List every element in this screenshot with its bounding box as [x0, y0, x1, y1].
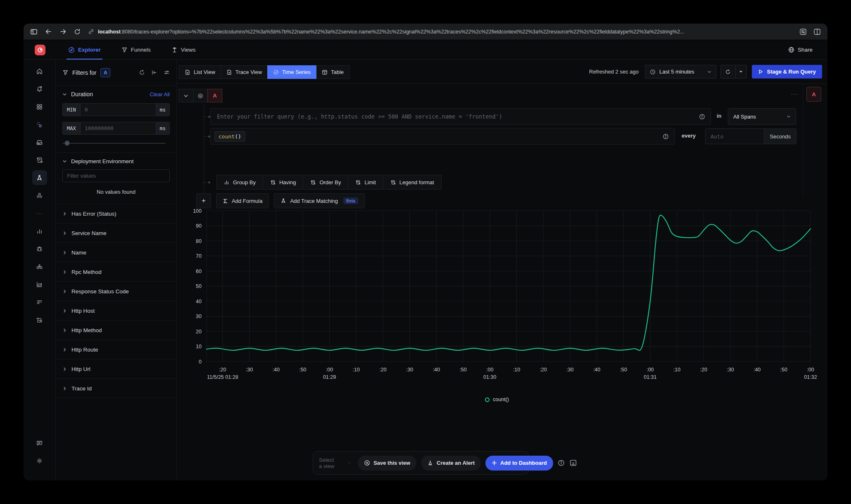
time-series-chart[interactable]: 0102030405060708090100:2011/5/25 01:28:3… — [177, 196, 817, 382]
filter-section-name[interactable]: Name — [56, 243, 176, 262]
duration-slider[interactable] — [62, 140, 170, 146]
tab-table[interactable]: Table — [316, 65, 349, 79]
tab-list-view[interactable]: List View — [179, 65, 221, 79]
filter-section-label: Name — [71, 250, 86, 256]
filter-section-http-route[interactable]: Http Route — [56, 340, 176, 359]
filter-section-http-host[interactable]: Http Host — [56, 301, 176, 321]
span-scope-select[interactable]: All Spans — [728, 108, 796, 125]
group-by-button[interactable]: Group By — [216, 175, 263, 190]
rail-traces[interactable] — [32, 170, 47, 185]
share-label: Share — [798, 47, 813, 53]
interval-input[interactable] — [706, 129, 764, 144]
app-logo[interactable] — [35, 45, 45, 55]
create-alert-button[interactable]: Create an Alert — [421, 456, 481, 471]
query-badge-right[interactable]: A — [806, 87, 821, 102]
limit-button[interactable]: Limit — [348, 175, 383, 190]
chevron-right-icon — [62, 328, 67, 333]
forward-button[interactable] — [59, 28, 67, 35]
svg-text::00: :00 — [807, 367, 814, 373]
rail-services[interactable] — [32, 188, 47, 203]
signpost-icon — [171, 47, 178, 53]
chevron-down-icon[interactable] — [62, 92, 67, 97]
filter-section-service-name[interactable]: Service Name — [56, 223, 176, 243]
rail-dashboards[interactable] — [32, 99, 47, 114]
rail-logs[interactable] — [32, 152, 47, 167]
filter-section-http-method[interactable]: Http Method — [56, 321, 176, 340]
rail-alerts[interactable] — [32, 81, 47, 96]
split-view-icon[interactable] — [813, 28, 821, 36]
refresh-button[interactable] — [720, 65, 736, 78]
stage-run-query-button[interactable]: Stage & Run Query — [752, 65, 822, 78]
clear-all-link[interactable]: Clear All — [150, 91, 170, 97]
query-collapse-button[interactable] — [178, 89, 193, 102]
legend-format-button[interactable]: Legend format — [383, 175, 442, 190]
rail-support[interactable] — [32, 435, 47, 450]
having-button[interactable]: Having — [263, 175, 303, 190]
tab-trace-view[interactable]: Trace View — [221, 65, 268, 79]
url-text: localhost:8080/traces-explorer?options=%… — [98, 29, 684, 35]
filter-section-has-error[interactable]: Has Error (Status) — [56, 204, 176, 223]
filter-section-rpc-method[interactable]: Rpc Method — [56, 262, 176, 282]
reload-button[interactable] — [74, 29, 81, 35]
duration-min-input[interactable] — [81, 104, 156, 116]
query-badge-left[interactable]: A — [207, 89, 222, 102]
ellipsis-icon: ··· — [36, 210, 43, 216]
filter-values-input[interactable] — [62, 169, 170, 182]
no-values-text: No values found — [62, 189, 170, 195]
rail-settings[interactable] — [32, 453, 47, 468]
refresh-split-button — [720, 65, 747, 78]
address-bar[interactable]: localhost:8080/traces-explorer?options=%… — [88, 29, 792, 35]
collapse-left-icon[interactable] — [151, 69, 157, 76]
info-icon[interactable] — [694, 114, 711, 120]
sync-icon[interactable] — [139, 69, 145, 76]
rail-home[interactable] — [32, 64, 47, 78]
shortcuts-panel-icon[interactable] — [569, 459, 577, 467]
aggregation-chip[interactable]: count() — [214, 131, 245, 142]
rail-metrics[interactable] — [32, 223, 47, 238]
rail-exceptions[interactable] — [32, 241, 47, 256]
back-button[interactable] — [45, 28, 52, 35]
sliders-icon[interactable] — [164, 69, 170, 76]
rail-service-map[interactable] — [32, 312, 47, 327]
rail-usage[interactable] — [32, 277, 47, 292]
message-icon — [36, 440, 43, 447]
tab-views[interactable]: Views — [171, 40, 196, 59]
rail-pipelines[interactable] — [32, 295, 47, 309]
select-view-dropdown[interactable]: Select a view — [319, 457, 353, 469]
svg-text::30: :30 — [246, 367, 253, 373]
browser-sidebar-icon[interactable] — [30, 28, 38, 36]
time-range-dropdown[interactable]: Last 5 minutes — [645, 65, 716, 78]
scroll-icon — [390, 180, 396, 185]
share-button[interactable]: Share — [788, 47, 813, 53]
filter-section-http-url[interactable]: Http Url — [56, 359, 176, 379]
chevron-down-icon[interactable] — [62, 159, 67, 164]
query-visibility-button[interactable] — [193, 89, 208, 102]
order-by-button[interactable]: Order By — [303, 175, 348, 190]
rail-more[interactable]: ··· — [32, 206, 47, 221]
tune-icon[interactable] — [799, 28, 807, 36]
tab-explorer[interactable]: Explorer — [68, 40, 101, 59]
info-icon[interactable] — [657, 133, 674, 140]
filters-query-badge[interactable]: A — [100, 68, 110, 77]
save-view-button[interactable]: Save this view — [358, 456, 416, 471]
filter-query-input[interactable] — [211, 113, 694, 120]
query-more-button[interactable]: ... — [791, 89, 799, 96]
filter-section-trace-id[interactable]: Trace Id — [56, 379, 176, 398]
rail-events[interactable] — [32, 117, 47, 132]
info-icon[interactable] — [558, 459, 565, 466]
grid-icon — [36, 103, 43, 110]
rail-infrastructure[interactable] — [32, 135, 47, 150]
chart-canvas[interactable]: 0102030405060708090100:2011/5/25 01:28:3… — [177, 196, 817, 382]
chart-legend[interactable]: count() — [177, 397, 817, 402]
max-label: MAX — [63, 122, 81, 134]
time-range-label: Last 5 minutes — [659, 69, 694, 75]
add-to-dashboard-button[interactable]: Add to Dashboard — [485, 456, 553, 471]
refresh-options-button[interactable] — [736, 65, 747, 78]
query-right-divider — [803, 84, 803, 196]
slider-knob[interactable] — [64, 140, 70, 146]
filter-section-response-status[interactable]: Response Status Code — [56, 282, 176, 301]
tab-funnels[interactable]: Funnels — [121, 40, 151, 59]
rail-explore[interactable] — [32, 259, 47, 274]
tab-time-series[interactable]: Time Series — [267, 65, 316, 79]
duration-max-input[interactable] — [81, 122, 156, 134]
